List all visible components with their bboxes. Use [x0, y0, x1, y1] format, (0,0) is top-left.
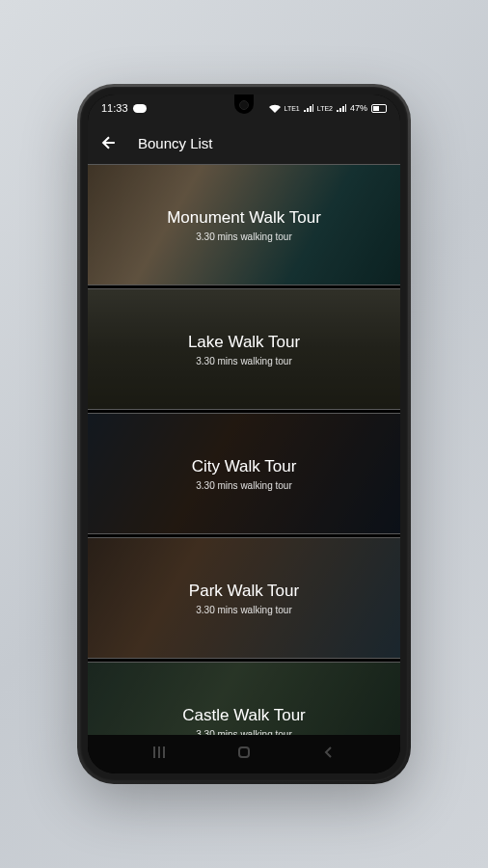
list-item[interactable]: Castle Walk Tour 3.30 mins walking tour — [88, 662, 400, 735]
battery-icon — [371, 104, 387, 113]
item-title: Park Walk Tour — [189, 582, 299, 601]
phone-frame: 11:33 LTE1 LTE2 47% Bouncy List — [80, 87, 408, 781]
item-subtitle: 3.30 mins walking tour — [196, 605, 292, 615]
list-item[interactable]: Lake Walk Tour 3.30 mins walking tour — [88, 288, 400, 410]
item-subtitle: 3.30 mins walking tour — [196, 480, 292, 491]
list-item[interactable]: City Walk Tour 3.30 mins walking tour — [88, 413, 400, 534]
wifi-icon — [269, 104, 281, 113]
list-container[interactable]: Monument Walk Tour 3.30 mins walking tou… — [88, 164, 400, 735]
page-title: Bouncy List — [138, 135, 213, 151]
navigation-bar — [88, 735, 400, 773]
item-subtitle: 3.30 mins walking tour — [196, 729, 292, 736]
item-subtitle: 3.30 mins walking tour — [196, 231, 292, 242]
recents-icon — [151, 745, 167, 760]
app-bar: Bouncy List — [88, 122, 400, 164]
item-title: Lake Walk Tour — [188, 333, 300, 352]
item-subtitle: 3.30 mins walking tour — [196, 356, 292, 366]
status-time: 11:33 — [101, 102, 128, 114]
home-icon — [236, 745, 252, 760]
list-item[interactable]: Park Walk Tour 3.30 mins walking tour — [88, 537, 400, 659]
status-left: 11:33 — [101, 102, 147, 114]
item-title: Monument Walk Tour — [167, 208, 321, 228]
signal-icon-1 — [304, 104, 313, 112]
cloud-icon — [133, 104, 147, 113]
svg-rect-0 — [153, 746, 155, 758]
battery-percent: 47% — [350, 103, 367, 113]
back-nav-button[interactable] — [321, 745, 337, 764]
status-right: LTE1 LTE2 47% — [269, 103, 387, 113]
recents-button[interactable] — [151, 745, 167, 764]
signal-icon-2 — [337, 104, 346, 112]
svg-rect-1 — [158, 746, 160, 758]
item-title: City Walk Tour — [192, 457, 297, 476]
arrow-left-icon — [99, 133, 119, 152]
network-lte2: LTE2 — [317, 105, 333, 112]
camera-notch — [234, 95, 254, 114]
svg-rect-2 — [163, 746, 165, 758]
chevron-left-icon — [321, 745, 337, 760]
svg-rect-3 — [239, 747, 249, 757]
screen: 11:33 LTE1 LTE2 47% Bouncy List — [88, 95, 400, 773]
list-item[interactable]: Monument Walk Tour 3.30 mins walking tou… — [88, 164, 400, 285]
back-button[interactable] — [99, 133, 119, 152]
home-button[interactable] — [236, 745, 252, 764]
item-title: Castle Walk Tour — [182, 706, 306, 725]
network-lte1: LTE1 — [285, 105, 300, 112]
